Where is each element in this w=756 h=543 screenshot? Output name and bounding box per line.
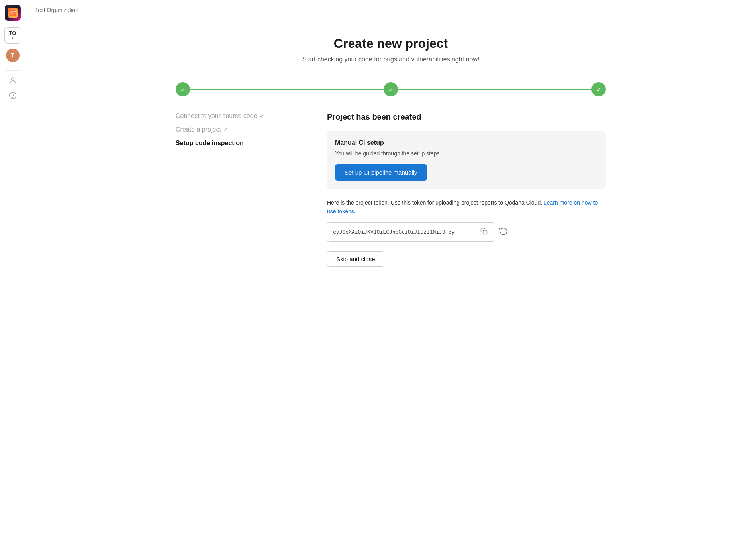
step-2-label-text: Create a project — [176, 126, 221, 133]
progress-stepper: ✓ ✓ ✓ — [176, 82, 606, 96]
user-avatar[interactable]: T — [6, 49, 20, 62]
token-value: eyJ0eXAiOiJKV1QiLCJhbGciOiJIUzI1NiJ9.ey — [333, 229, 480, 235]
step-line-1 — [190, 89, 384, 90]
org-name: Test Organization — [35, 7, 78, 13]
org-button-label: TO — [9, 31, 16, 36]
sidebar-item-help[interactable] — [6, 89, 20, 102]
section-title: Project has been created — [327, 112, 606, 122]
step-3-indicator: ✓ — [591, 82, 606, 96]
sidebar-item-profile[interactable] — [6, 74, 20, 87]
main-content: Test Organization Create new project Sta… — [25, 0, 756, 543]
card-description: You will be guided through the setup ste… — [335, 150, 598, 158]
org-switcher[interactable]: TO ▾ — [4, 27, 21, 44]
page-title: Create new project — [176, 36, 606, 51]
step-3-label: Setup code inspection — [176, 140, 303, 147]
card-title: Manual CI setup — [335, 139, 598, 146]
page-content: Create new project Start checking your c… — [152, 20, 630, 543]
step-3-check-icon: ✓ — [596, 86, 601, 93]
refresh-icon[interactable] — [499, 226, 508, 237]
step-1-indicator: ✓ — [176, 82, 190, 96]
top-bar: Test Organization — [25, 0, 756, 20]
step-2-label-check: ✓ — [223, 126, 228, 133]
two-column-layout: Connect to your source code ✓ Create a p… — [176, 112, 606, 267]
ci-setup-card: Manual CI setup You will be guided throu… — [327, 131, 606, 189]
token-desc-text: Here is the project token. Use this toke… — [327, 199, 542, 206]
token-row: eyJ0eXAiOiJKV1QiLCJhbGciOiJIUzI1NiJ9.ey — [327, 222, 606, 242]
page-subtitle: Start checking your code for bugs and vu… — [176, 56, 606, 63]
svg-point-2 — [11, 78, 14, 81]
app-logo[interactable]: QD — [5, 5, 21, 21]
step-1-label-check: ✓ — [260, 113, 264, 119]
token-description: Here is the project token. Use this toke… — [327, 198, 606, 216]
token-section: Here is the project token. Use this toke… — [327, 198, 606, 267]
setup-ci-button[interactable]: Set up CI pipeline manually — [335, 164, 427, 181]
steps-list: Connect to your source code ✓ Create a p… — [176, 112, 311, 267]
svg-text:QD: QD — [10, 11, 16, 15]
step-1-label-text: Connect to your source code — [176, 112, 257, 120]
svg-rect-5 — [483, 230, 487, 234]
svg-point-3 — [9, 92, 16, 99]
avatar-initial: T — [11, 52, 14, 59]
right-panel: Project has been created Manual CI setup… — [327, 112, 606, 267]
skip-close-button[interactable]: Skip and close — [327, 251, 384, 267]
sidebar-divider — [6, 70, 19, 71]
sidebar: QD TO ▾ T — [0, 0, 25, 543]
chevron-down-icon: ▾ — [12, 37, 14, 40]
step-1-label: Connect to your source code ✓ — [176, 112, 303, 120]
logo-inner: QD — [8, 8, 18, 18]
step-2-check-icon: ✓ — [388, 86, 394, 93]
step-2-indicator: ✓ — [384, 82, 398, 96]
step-1-check-icon: ✓ — [180, 86, 186, 93]
copy-icon[interactable] — [480, 227, 488, 237]
token-input-field[interactable]: eyJ0eXAiOiJKV1QiLCJhbGciOiJIUzI1NiJ9.ey — [327, 222, 494, 242]
step-line-2 — [398, 89, 591, 90]
step-2-label: Create a project ✓ — [176, 126, 303, 133]
step-3-label-text: Setup code inspection — [176, 140, 244, 147]
